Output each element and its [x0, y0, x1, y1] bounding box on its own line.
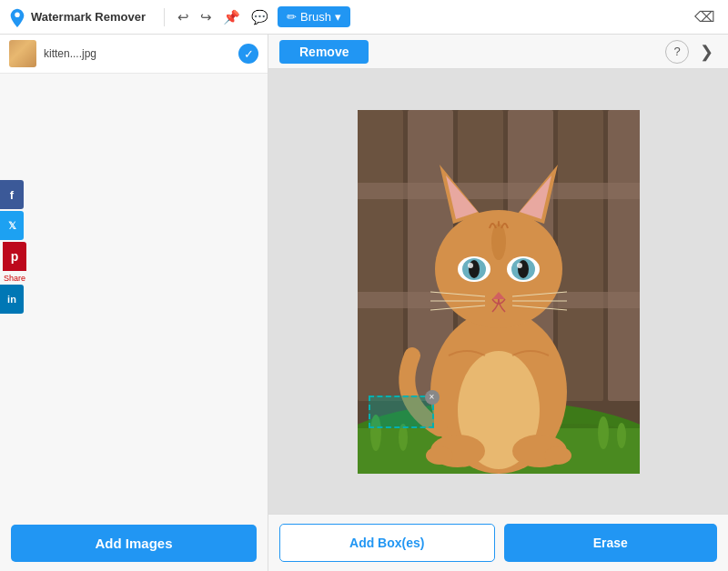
file-thumbnail: [9, 40, 36, 67]
file-check-icon: ✓: [238, 44, 258, 64]
app-title: Watermark Remover: [31, 10, 146, 24]
pin-button[interactable]: 📌: [217, 5, 246, 29]
eraser-toolbar-button[interactable]: ⌫: [689, 5, 721, 29]
svg-point-42: [426, 446, 453, 465]
selection-close-button[interactable]: ×: [425, 390, 440, 405]
svg-point-0: [15, 14, 19, 17]
svg-rect-6: [558, 110, 603, 401]
share-label: Share: [0, 274, 29, 283]
file-name: kitten....jpg: [44, 47, 231, 60]
main-toolbar: Watermark Remover ↩ ↪ 📌 💬 ✏ Brush ▾ ⌫: [0, 0, 728, 35]
help-button[interactable]: ?: [665, 40, 689, 64]
kitten-svg: [358, 110, 640, 474]
svg-rect-7: [608, 110, 640, 401]
svg-point-15: [399, 424, 408, 451]
svg-point-17: [617, 423, 626, 448]
toolbar-separator: [164, 8, 165, 26]
linkedin-icon: in: [7, 294, 16, 305]
undo-button[interactable]: ↩: [172, 5, 195, 29]
brush-dropdown-icon: ▾: [335, 10, 341, 24]
kitten-photo: ×: [358, 110, 640, 474]
svg-rect-2: [358, 110, 403, 401]
add-boxes-button[interactable]: Add Box(es): [279, 524, 495, 562]
canvas-area[interactable]: ×: [268, 69, 728, 514]
left-bottom: Add Images: [0, 516, 268, 571]
eraser-icon: ⌫: [694, 8, 715, 25]
svg-point-16: [598, 416, 609, 449]
svg-point-44: [544, 446, 571, 465]
facebook-share-button[interactable]: f: [0, 180, 24, 209]
remove-button[interactable]: Remove: [279, 40, 369, 64]
bottom-actions: Add Box(es) Erase: [268, 514, 728, 571]
undo-icon: ↩: [177, 9, 189, 25]
linkedin-share-button[interactable]: in: [0, 285, 24, 314]
erase-button[interactable]: Erase: [504, 524, 718, 562]
facebook-icon: f: [10, 188, 14, 202]
app-logo: Watermark Remover: [7, 7, 146, 27]
image-container: ×: [358, 110, 640, 474]
chat-button[interactable]: 💬: [246, 5, 274, 29]
right-panel: Remove ? ❯: [268, 35, 728, 571]
svg-rect-8: [358, 183, 640, 199]
pinterest-icon: p: [11, 249, 19, 264]
left-panel: kitten....jpg ✓ f 𝕏 p Share in: [0, 35, 268, 571]
main-content: kitten....jpg ✓ f 𝕏 p Share in: [0, 35, 728, 571]
svg-point-25: [491, 224, 506, 260]
twitter-icon: 𝕏: [8, 220, 16, 232]
pinterest-share-button[interactable]: p: [3, 242, 26, 271]
svg-point-31: [518, 260, 529, 278]
next-button[interactable]: ❯: [696, 40, 717, 64]
svg-point-30: [469, 260, 480, 278]
redo-button[interactable]: ↪: [195, 5, 217, 29]
social-sidebar: f 𝕏 p Share in: [0, 180, 29, 314]
redo-icon: ↪: [200, 9, 212, 25]
chat-icon: 💬: [251, 9, 268, 25]
pin-icon: 📌: [223, 9, 240, 25]
file-item[interactable]: kitten....jpg ✓: [0, 35, 268, 74]
svg-point-14: [370, 415, 381, 451]
brush-button[interactable]: ✏ Brush ▾: [278, 6, 350, 27]
svg-point-32: [468, 263, 473, 268]
brush-icon: ✏: [287, 10, 297, 24]
logo-icon: [7, 7, 27, 27]
right-toolbar: Remove ? ❯: [268, 35, 728, 69]
add-images-button[interactable]: Add Images: [11, 525, 257, 562]
twitter-share-button[interactable]: 𝕏: [0, 211, 24, 240]
svg-point-33: [517, 263, 522, 268]
brush-label: Brush: [300, 10, 331, 24]
